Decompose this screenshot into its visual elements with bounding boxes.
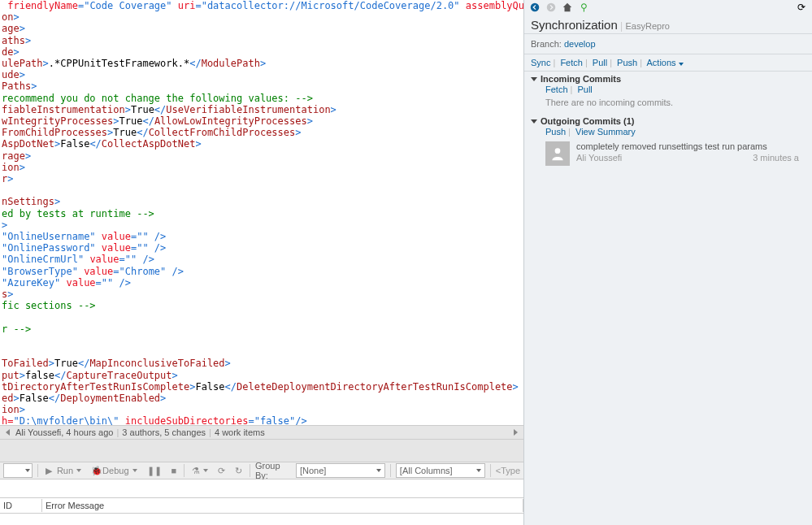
nav-back-icon[interactable] (529, 2, 541, 13)
svg-point-3 (555, 148, 561, 154)
outgoing-view-link[interactable]: View Summary (575, 127, 636, 137)
repeat-button[interactable]: ↻ (232, 466, 245, 476)
outgoing-commit[interactable]: completely removed runsettings test run … (531, 138, 805, 169)
hourglass-icon (390, 244, 418, 283)
repo-name: EasyRepro (626, 21, 670, 31)
svg-point-1 (531, 3, 540, 12)
play-icon: ▶ (46, 466, 55, 475)
incoming-fetch-link[interactable]: Fetch (545, 85, 568, 94)
groupby-label: Group By: (255, 461, 291, 480)
actions-menu[interactable]: Actions (646, 58, 683, 67)
codelens-changes[interactable]: 3 authors, 5 changes (122, 427, 206, 437)
codelens-next-icon[interactable] (514, 429, 518, 436)
sync-link[interactable]: Sync (531, 58, 550, 67)
stop-button[interactable]: ■ (169, 466, 180, 475)
branch-label: Branch: (531, 39, 562, 49)
team-explorer-panel: ⚲ ⟳ Synchronization | EasyRepro Branch: … (523, 0, 812, 525)
test-results-grid[interactable]: ID Error Message (0, 479, 523, 525)
codelens-author[interactable]: Ali Youssefi, 4 hours ago (15, 427, 113, 437)
refresh-icon: ⟳ (218, 466, 225, 476)
home-icon[interactable] (562, 2, 573, 13)
code-content: friendlyName="Code Coverage" uri="dataco… (2, 0, 523, 425)
pause-button[interactable]: ❚❚ (145, 466, 164, 476)
repeat-icon: ↻ (235, 466, 242, 476)
outgoing-title: Outgoing Commits (1) (541, 116, 635, 126)
test-toolbar: ▶Run 🐞Debug ❚❚ ■ ⚗ ⟳ ↻ Group By: [None] … (0, 462, 523, 479)
bug-icon: 🐞 (91, 466, 101, 475)
stop-icon: ■ (172, 466, 177, 475)
collapse-icon (531, 77, 537, 81)
filter-button[interactable]: ⚗ (189, 466, 211, 476)
nav-forward-icon[interactable] (545, 2, 557, 13)
pause-icon: ❚❚ (147, 466, 162, 476)
debug-button[interactable]: 🐞Debug (89, 466, 139, 475)
pull-link[interactable]: Pull (593, 58, 607, 67)
codelens-prev-icon[interactable] (6, 429, 10, 436)
fetch-link[interactable]: Fetch (560, 58, 583, 67)
avatar (545, 141, 570, 166)
filter-icon: ⚗ (192, 466, 200, 476)
codelens-strip: Ali Youssefi, 4 hours ago | 3 authors, 5… (0, 425, 523, 439)
push-link[interactable]: Push (617, 58, 637, 67)
commit-author: Ali Youssefi (576, 153, 622, 163)
svg-point-0 (401, 251, 406, 257)
incoming-header[interactable]: Incoming Commits (531, 74, 805, 84)
editor-footer-gap (0, 439, 523, 462)
incoming-empty-message: There are no incoming commits. (531, 96, 805, 112)
collapse-icon (531, 119, 537, 124)
test-selector-combo[interactable] (3, 463, 33, 478)
code-editor[interactable]: friendlyName="Code Coverage" uri="dataco… (0, 0, 523, 425)
groupby-combo[interactable]: [None] (296, 463, 385, 478)
columns-combo[interactable]: [All Columns] (396, 463, 485, 478)
outgoing-push-link[interactable]: Push (545, 127, 566, 137)
commit-message: completely removed runsettings test run … (576, 141, 799, 151)
outgoing-header[interactable]: Outgoing Commits (1) (531, 116, 805, 126)
refresh-button[interactable]: ⟳ (215, 466, 228, 476)
panel-title: Synchronization (531, 18, 618, 32)
branch-link[interactable]: develop (564, 39, 596, 49)
svg-point-2 (547, 3, 556, 12)
commit-time: 3 minutes a (753, 153, 799, 163)
grid-col-id[interactable]: ID (0, 499, 42, 512)
filter-input[interactable]: <Type (496, 466, 520, 475)
grid-col-error[interactable]: Error Message (42, 499, 523, 512)
refresh-panel-icon[interactable]: ⟳ (796, 2, 807, 13)
connect-icon[interactable]: ⚲ (578, 2, 589, 13)
codelens-workitems[interactable]: 4 work items (215, 427, 265, 437)
incoming-pull-link[interactable]: Pull (577, 85, 592, 94)
run-button[interactable]: ▶Run (43, 466, 84, 475)
incoming-title: Incoming Commits (541, 74, 621, 84)
